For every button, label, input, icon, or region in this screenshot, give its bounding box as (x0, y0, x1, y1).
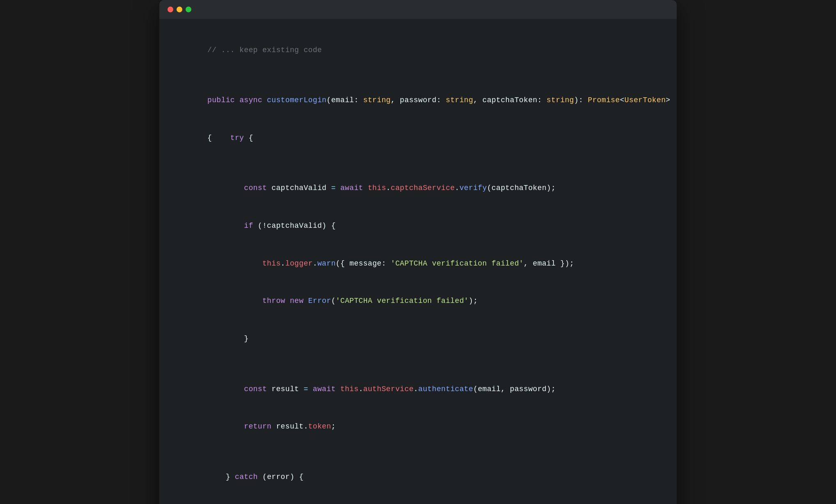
code-editor-window: // ... keep existing code public async c… (159, 0, 677, 504)
captcha-valid-line: const captchaValid = await this.captchaS… (180, 170, 656, 207)
result-line: const result = await this.authService.au… (180, 370, 656, 408)
code-area: // ... keep existing code public async c… (159, 19, 677, 504)
title-bar (159, 0, 677, 19)
if-captcha-line: if (!captchaValid) { (180, 207, 656, 245)
catch-line: } catch (error) { (180, 458, 656, 496)
close-button[interactable] (168, 7, 173, 12)
warn-line: this.logger.warn({ message: 'CAPTCHA ver… (180, 245, 656, 282)
method-signature-line: public async customerLogin(email: string… (180, 81, 656, 119)
throw-captcha-line: throw new Error('CAPTCHA verification fa… (180, 282, 656, 320)
comment-top: // ... keep existing code (180, 31, 656, 69)
return-line: return result.token; (180, 408, 656, 446)
maximize-button[interactable] (186, 7, 191, 12)
brace-open-line: { try { (180, 119, 656, 157)
minimize-button[interactable] (177, 7, 182, 12)
if-close-line: } (180, 320, 656, 358)
